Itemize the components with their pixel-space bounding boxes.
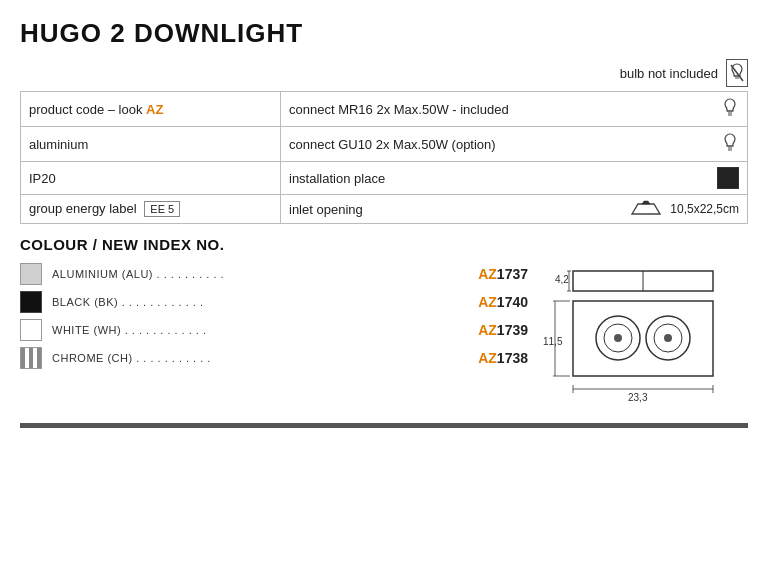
svg-marker-10: [642, 201, 650, 204]
page-wrapper: HUGO 2 DOWNLIGHT bulb not included produ…: [20, 18, 748, 562]
dim-42: 4,2: [555, 274, 569, 285]
spec-right-4: inlet opening 10,5x22,5cm: [281, 195, 748, 224]
list-item: ALUMINIUM (ALU) . . . . . . . . . . AZ17…: [20, 263, 528, 285]
svg-point-22: [664, 334, 672, 342]
colour-section-title: COLOUR / NEW INDEX NO.: [20, 236, 748, 253]
bulb-row: bulb not included: [20, 59, 748, 87]
energy-badge: EE 5: [144, 201, 180, 217]
spec-right-1: connect MR16 2x Max.50W - included: [281, 92, 748, 127]
table-row: IP20 installation place: [21, 162, 748, 195]
spec-left-4: group energy label EE 5: [21, 195, 281, 224]
colour-name-white: WHITE (WH) . . . . . . . . . . . .: [52, 324, 468, 336]
gu10-text: connect GU10 2x Max.50W (option): [289, 137, 496, 152]
table-row: aluminium connect GU10 2x Max.50W (optio…: [21, 127, 748, 162]
group-energy-label-text: group energy label: [29, 201, 140, 216]
swatch-white: [20, 319, 42, 341]
inlet-shape: [628, 200, 664, 218]
no-bulb-svg: [729, 63, 745, 83]
diagram-area: 4,2: [528, 263, 748, 403]
aluminium-label: aluminium: [29, 137, 88, 152]
ip20-label: IP20: [29, 171, 56, 186]
inlet-dimension: 10,5x22,5cm: [670, 202, 739, 216]
table-row: group energy label EE 5 inlet opening 10…: [21, 195, 748, 224]
bulb-not-included-label: bulb not included: [620, 66, 718, 81]
colour-name-alu: ALUMINIUM (ALU) . . . . . . . . . .: [52, 268, 468, 280]
installation-place-text: installation place: [289, 171, 385, 186]
colour-code-alu: AZ1737: [478, 266, 528, 282]
list-item: BLACK (BK) . . . . . . . . . . . . AZ174…: [20, 291, 528, 313]
swatch-chrome: [20, 347, 42, 369]
list-item: WHITE (WH) . . . . . . . . . . . . AZ173…: [20, 319, 528, 341]
bulb-not-included-icon: [726, 59, 748, 87]
lamp-icon-2: [721, 132, 739, 156]
list-item: CHROME (CH) . . . . . . . . . . . AZ1738: [20, 347, 528, 369]
lamp-icon-1: [721, 97, 739, 121]
spec-right-2: connect GU10 2x Max.50W (option): [281, 127, 748, 162]
spec-right-3: installation place: [281, 162, 748, 195]
svg-point-19: [614, 334, 622, 342]
bottom-bar: [20, 423, 748, 428]
spec-left-1: product code – look AZ: [21, 92, 281, 127]
colour-section: COLOUR / NEW INDEX NO. ALUMINIUM (ALU) .…: [20, 236, 748, 403]
colour-code-white: AZ1739: [478, 322, 528, 338]
swatch-aluminium: [20, 263, 42, 285]
technical-diagram: 4,2: [543, 263, 743, 403]
svg-rect-16: [573, 301, 713, 376]
colour-name-chrome: CHROME (CH) . . . . . . . . . . .: [52, 352, 468, 364]
spec-left-2: aluminium: [21, 127, 281, 162]
colour-name-black: BLACK (BK) . . . . . . . . . . . .: [52, 296, 468, 308]
dim-233: 23,3: [628, 392, 648, 403]
mr16-text: connect MR16 2x Max.50W - included: [289, 102, 509, 117]
product-code-prefix: product code – look: [29, 102, 146, 117]
install-icon: [717, 167, 739, 189]
product-code-az: AZ: [146, 102, 163, 117]
colour-list: ALUMINIUM (ALU) . . . . . . . . . . AZ17…: [20, 263, 528, 403]
table-row: product code – look AZ connect MR16 2x M…: [21, 92, 748, 127]
inlet-icon: 10,5x22,5cm: [628, 200, 739, 218]
dim-115: 11,5: [543, 336, 563, 347]
spec-table: product code – look AZ connect MR16 2x M…: [20, 91, 748, 224]
colour-grid: ALUMINIUM (ALU) . . . . . . . . . . AZ17…: [20, 263, 748, 403]
page-title: HUGO 2 DOWNLIGHT: [20, 18, 748, 49]
spec-left-3: IP20: [21, 162, 281, 195]
swatch-black: [20, 291, 42, 313]
colour-code-black: AZ1740: [478, 294, 528, 310]
svg-marker-9: [632, 204, 660, 214]
colour-code-chrome: AZ1738: [478, 350, 528, 366]
inlet-opening-text: inlet opening: [289, 202, 363, 217]
